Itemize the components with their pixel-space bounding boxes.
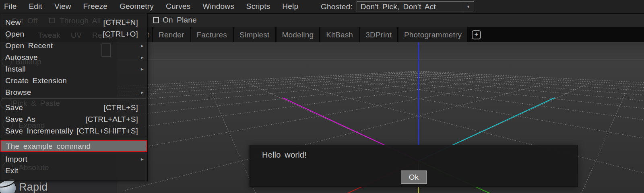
on-plane-checkbox[interactable] (153, 17, 159, 23)
menu-item-label: Save As (5, 115, 85, 124)
ok-button[interactable]: Ok (401, 170, 427, 184)
file-menu: New [CTRL+N] Open [CTRL+O] Open Recent ▸… (0, 13, 148, 181)
viewport-tab[interactable]: Factures (191, 27, 233, 42)
menubar: FileEditViewFreezeGeometryCurvesWindowsS… (0, 0, 644, 13)
ghosted-control: Ghosted: Don't Pick, Don't Act ▾ (321, 0, 474, 13)
menubar-item[interactable]: File (0, 2, 22, 11)
hello-dialog: Hello world! Ok (250, 145, 578, 187)
file-menu-item[interactable]: Save Incrementally [CTRL+SHIFT+S] (0, 125, 147, 137)
menu-item-label: Exit (5, 166, 138, 175)
submenu-arrow-icon: ▸ (139, 66, 144, 72)
menu-item-shortcut: [CTRL+O] (103, 30, 138, 39)
menubar-item[interactable]: Curves (162, 2, 196, 11)
menu-item-label: Create Extension (5, 76, 138, 85)
viewport-tab[interactable]: Render (153, 27, 190, 42)
menubar-item[interactable]: View (51, 2, 76, 11)
file-menu-item[interactable]: Save As [CTRL+ALT+S] (0, 113, 147, 125)
menu-item-label: Browse (5, 88, 138, 97)
menu-item-label: Import (5, 155, 138, 164)
menu-item-label: Save (5, 103, 103, 112)
menu-item-label: The example command (6, 142, 137, 151)
ghosted-label: Ghosted: (321, 2, 353, 11)
viewport-tab[interactable]: Photogrammetry (398, 27, 467, 42)
on-plane-label: On Plane (163, 16, 197, 25)
render-mode-label[interactable]: Rapid (19, 181, 48, 193)
viewport-tab[interactable]: KitBash (320, 27, 359, 42)
file-menu-item[interactable]: Autosave ▸ (0, 51, 147, 63)
ghosted-dropdown-value: Don't Pick, Don't Act (361, 2, 436, 11)
menu-item-shortcut: [CTRL+N] (103, 18, 138, 27)
file-menu-item[interactable]: Browse ▸ (0, 86, 147, 98)
file-menu-item[interactable]: Open Recent ▸ (0, 40, 147, 51)
file-menu-item[interactable]: Install ▸ (0, 63, 147, 75)
menu-item-shortcut: [CTRL+S] (103, 103, 138, 112)
viewport-tabs: RenderFacturesSimplestModelingKitBash3DP… (153, 27, 467, 42)
menu-item-label: Autosave (5, 53, 138, 62)
menubar-item[interactable]: Windows (199, 2, 239, 11)
ghosted-dropdown[interactable]: Don't Pick, Don't Act ▾ (357, 1, 474, 12)
file-menu-item[interactable]: The example command (0, 140, 147, 152)
menubar-item[interactable]: Freeze (80, 2, 113, 11)
menu-item-shortcut: [CTRL+SHIFT+S] (76, 127, 138, 136)
viewport-tab[interactable]: Simplest (234, 27, 275, 42)
viewport-tab[interactable]: 3DPrint (360, 27, 397, 42)
menu-item-shortcut: [CTRL+ALT+S] (85, 115, 138, 124)
add-tab-button[interactable]: + (472, 30, 481, 39)
file-menu-item[interactable]: New [CTRL+N] (0, 16, 147, 28)
file-menu-item[interactable]: Save [CTRL+S] (0, 102, 147, 113)
file-menu-item[interactable]: Create Extension (0, 75, 147, 86)
menubar-item[interactable]: Help (279, 2, 303, 11)
dialog-message: Hello world! (262, 150, 307, 160)
menubar-item[interactable]: Geometry (116, 2, 159, 11)
menu-item-label: Open Recent (5, 41, 138, 50)
menubar-item[interactable]: Scripts (243, 2, 275, 11)
viewport-tab[interactable]: Modeling (277, 27, 320, 42)
menu-item-label: New (5, 18, 103, 27)
file-menu-item[interactable]: Open [CTRL+O] (0, 28, 147, 40)
submenu-arrow-icon: ▸ (139, 54, 144, 60)
submenu-arrow-icon: ▸ (139, 89, 144, 95)
chevron-down-icon[interactable]: ▾ (463, 2, 474, 12)
menu-item-label: Open (5, 30, 103, 39)
menubar-item[interactable]: Edit (25, 2, 47, 11)
file-menu-item[interactable]: Exit (0, 165, 147, 177)
submenu-arrow-icon: ▸ (139, 43, 144, 49)
submenu-arrow-icon: ▸ (139, 156, 144, 162)
menu-item-label: Save Incrementally (5, 127, 76, 136)
file-menu-item[interactable]: Import ▸ (0, 153, 147, 165)
menu-item-label: Install (5, 65, 138, 74)
